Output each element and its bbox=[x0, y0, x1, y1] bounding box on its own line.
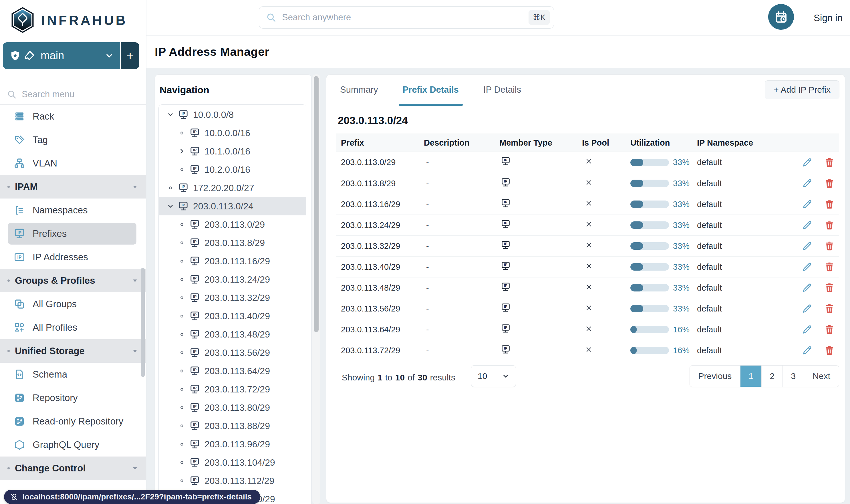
table-row[interactable]: 203.0.113.24/29-IP33%default bbox=[336, 215, 839, 235]
page-button-next[interactable]: Next bbox=[804, 365, 839, 387]
page-button-previous[interactable]: Previous bbox=[690, 365, 740, 387]
tab-ip-details[interactable]: IP Details bbox=[482, 75, 522, 105]
dot-icon bbox=[179, 405, 184, 410]
tree-item-10-0-0-0-16[interactable]: IP10.0.0.0/16 bbox=[159, 124, 306, 142]
tree-item-10-2-0-0-16[interactable]: IP10.2.0.0/16 bbox=[159, 160, 306, 179]
sign-in-link[interactable]: Sign in bbox=[814, 0, 843, 36]
sidebar-item-vlan[interactable]: VLAN bbox=[0, 151, 146, 175]
create-branch-button[interactable]: + bbox=[121, 42, 139, 69]
tab-prefix-details[interactable]: Prefix Details bbox=[401, 75, 460, 105]
sidebar-section-unified-storage[interactable]: Unified Storage bbox=[0, 339, 146, 363]
pencil-icon[interactable] bbox=[802, 240, 813, 251]
cell-prefix: 203.0.113.0/29 bbox=[336, 158, 424, 167]
global-search-input[interactable] bbox=[276, 12, 528, 23]
trash-icon[interactable] bbox=[824, 282, 835, 293]
sidebar-section-change-control[interactable]: Change Control bbox=[0, 456, 146, 480]
trash-icon[interactable] bbox=[824, 303, 835, 314]
tree-item-203-0-113-32-29[interactable]: IP203.0.113.32/29 bbox=[159, 289, 306, 307]
page-button-1[interactable]: 1 bbox=[740, 365, 761, 387]
dot-icon bbox=[179, 460, 184, 465]
table-row[interactable]: 203.0.113.40/29-IP33%default bbox=[336, 256, 839, 277]
sidebar-item-graphql-query[interactable]: GraphQL Query bbox=[0, 433, 146, 456]
cell-ip-namespace: default bbox=[697, 325, 796, 335]
utilization-bar bbox=[630, 305, 669, 312]
table-row[interactable]: 203.0.113.8/29-IP33%default bbox=[336, 173, 839, 194]
sidebar-item-rack[interactable]: Rack bbox=[0, 105, 146, 128]
sidebar-scrollbar[interactable] bbox=[141, 268, 145, 377]
tree-item-203-0-113-48-29[interactable]: IP203.0.113.48/29 bbox=[159, 325, 306, 344]
ip-post-icon: IP bbox=[189, 476, 200, 486]
top-bar: ⌘K Sign in bbox=[146, 0, 850, 36]
brand-logo[interactable]: INFRAHUB bbox=[0, 0, 146, 35]
tree-item-203-0-113-56-29[interactable]: IP203.0.113.56/29 bbox=[159, 344, 306, 362]
page-size-select[interactable]: 10 bbox=[471, 365, 516, 387]
sidebar-item-schema[interactable]: Schema bbox=[0, 363, 146, 386]
trash-icon[interactable] bbox=[824, 345, 835, 356]
pencil-icon[interactable] bbox=[802, 220, 813, 231]
sidebar-search[interactable] bbox=[0, 84, 146, 105]
trash-icon[interactable] bbox=[824, 157, 835, 168]
tree-item-203-0-113-0-29[interactable]: IP203.0.113.0/29 bbox=[159, 215, 306, 234]
pencil-icon[interactable] bbox=[802, 157, 813, 168]
sidebar-section-ipam[interactable]: IPAM bbox=[0, 175, 146, 199]
sidebar-item-all-profiles[interactable]: All Profiles bbox=[0, 316, 146, 339]
pencil-icon[interactable] bbox=[802, 303, 813, 314]
utilization-percent: 16% bbox=[673, 325, 690, 335]
page-button-3[interactable]: 3 bbox=[782, 365, 804, 387]
table-row[interactable]: 203.0.113.32/29-IP33%default bbox=[336, 235, 839, 256]
table-row[interactable]: 203.0.113.56/29-IP33%default bbox=[336, 298, 839, 319]
tree-item-203-0-113-112-29[interactable]: IP203.0.113.112/29 bbox=[159, 472, 306, 490]
tree-item-203-0-113-16-29[interactable]: IP203.0.113.16/29 bbox=[159, 252, 306, 270]
table-row[interactable]: 203.0.113.16/29-IP33%default bbox=[336, 194, 839, 215]
prefix-details-card: SummaryPrefix DetailsIP Details + Add IP… bbox=[326, 74, 845, 503]
table-row[interactable]: 203.0.113.0/29-IP33%default bbox=[336, 152, 839, 173]
trash-icon[interactable] bbox=[824, 240, 835, 251]
sidebar-item-label: Namespaces bbox=[33, 205, 88, 216]
pencil-icon[interactable] bbox=[802, 345, 813, 356]
dot-icon bbox=[179, 222, 184, 227]
tree-item-203-0-113-88-29[interactable]: IP203.0.113.88/29 bbox=[159, 417, 306, 435]
tree-item-203-0-113-64-29[interactable]: IP203.0.113.64/29 bbox=[159, 362, 306, 380]
page-button-2[interactable]: 2 bbox=[761, 365, 782, 387]
table-row[interactable]: 203.0.113.48/29-IP33%default bbox=[336, 277, 839, 298]
table-row[interactable]: 203.0.113.72/29-IP16%default bbox=[336, 340, 839, 361]
sidebar-item-prefixes[interactable]: IPPrefixes bbox=[8, 223, 137, 245]
pencil-icon[interactable] bbox=[802, 178, 813, 189]
tree-item-203-0-113-24-29[interactable]: IP203.0.113.24/29 bbox=[159, 270, 306, 289]
tree-item-203-0-113-96-29[interactable]: IP203.0.113.96/29 bbox=[159, 435, 306, 453]
pencil-icon[interactable] bbox=[802, 199, 813, 210]
global-search[interactable]: ⌘K bbox=[259, 6, 554, 29]
sidebar-item-ip-addresses[interactable]: IPIP Addresses bbox=[0, 246, 146, 269]
sidebar-item-read-only-repository[interactable]: Read-only Repository bbox=[0, 410, 146, 433]
sidebar-item-namespaces[interactable]: Namespaces bbox=[0, 199, 146, 222]
trash-icon[interactable] bbox=[824, 178, 835, 189]
pencil-icon[interactable] bbox=[802, 262, 813, 272]
sidebar-search-input[interactable] bbox=[17, 89, 146, 100]
tree-item-203-0-113-72-29[interactable]: IP203.0.113.72/29 bbox=[159, 380, 306, 398]
tree-item-203-0-113-104-29[interactable]: IP203.0.113.104/29 bbox=[159, 453, 306, 472]
schedule-avatar-button[interactable] bbox=[768, 4, 794, 30]
trash-icon[interactable] bbox=[824, 324, 835, 335]
pencil-icon[interactable] bbox=[802, 282, 813, 293]
sidebar-item-tag[interactable]: Tag bbox=[0, 128, 146, 151]
scrollbar-thumb[interactable] bbox=[314, 76, 319, 332]
trash-icon[interactable] bbox=[824, 220, 835, 231]
table-row[interactable]: 203.0.113.64/29-IP16%default bbox=[336, 319, 839, 340]
navigation-scrollbar[interactable] bbox=[312, 74, 320, 504]
add-ip-prefix-button[interactable]: + Add IP Prefix bbox=[765, 80, 839, 99]
sidebar-item-all-groups[interactable]: All Groups bbox=[0, 292, 146, 316]
sidebar-item-repository[interactable]: Repository bbox=[0, 386, 146, 410]
branch-select-button[interactable]: main bbox=[3, 42, 120, 69]
pencil-icon[interactable] bbox=[802, 324, 813, 335]
tree-item-203-0-113-40-29[interactable]: IP203.0.113.40/29 bbox=[159, 307, 306, 325]
tree-item-203-0-113-80-29[interactable]: IP203.0.113.80/29 bbox=[159, 398, 306, 417]
trash-icon[interactable] bbox=[824, 262, 835, 272]
tree-item-203-0-113-0-24[interactable]: IP203.0.113.0/24 bbox=[159, 197, 306, 215]
tree-item-203-0-113-8-29[interactable]: IP203.0.113.8/29 bbox=[159, 234, 306, 252]
sidebar-section-groups-profiles[interactable]: Groups & Profiles bbox=[0, 269, 146, 292]
tab-summary[interactable]: Summary bbox=[339, 75, 379, 105]
trash-icon[interactable] bbox=[824, 199, 835, 210]
tree-item-10-1-0-0-16[interactable]: IP10.1.0.0/16 bbox=[159, 142, 306, 160]
tree-item-172-20-20-0-27[interactable]: IP172.20.20.0/27 bbox=[159, 179, 306, 197]
tree-item-10-0-0-0-8[interactable]: IP10.0.0.0/8 bbox=[159, 106, 306, 124]
